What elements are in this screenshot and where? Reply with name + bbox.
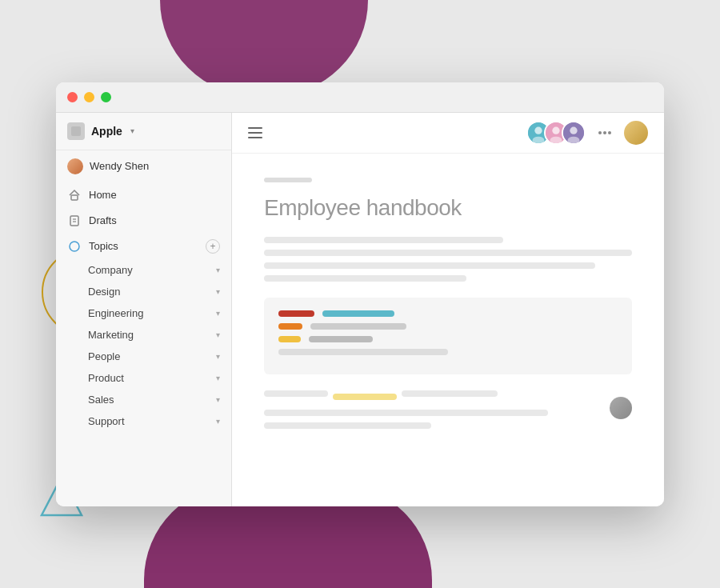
content-block: [264, 298, 632, 374]
chevron-down-icon: ▾: [216, 266, 220, 274]
block-row: [278, 323, 618, 330]
comment-avatar: [610, 397, 632, 419]
sidebar-item-support-label: Support: [88, 415, 125, 427]
svg-point-9: [533, 136, 545, 143]
title-bar: [56, 82, 664, 113]
traffic-light-red[interactable]: [67, 92, 78, 102]
workspace-header[interactable]: Apple ▾: [56, 113, 231, 150]
sidebar-item-marketing-label: Marketing: [88, 329, 134, 341]
sidebar-item-drafts-label: Drafts: [89, 214, 117, 226]
user-avatar-header[interactable]: [624, 121, 648, 145]
sidebar-item-design[interactable]: Design ▾: [56, 281, 231, 302]
text-line: [264, 237, 503, 243]
block-text-line: [278, 349, 448, 355]
topics-add-button[interactable]: +: [206, 239, 220, 254]
browser-window: Apple ▾ Wendy Shen Home Drafts: [56, 82, 664, 506]
chevron-down-icon: ▾: [216, 352, 220, 361]
workspace-icon: [67, 122, 85, 140]
sidebar-item-product[interactable]: Product ▾: [56, 367, 231, 389]
svg-point-15: [568, 136, 580, 143]
svg-point-14: [570, 126, 577, 134]
block-row: [278, 310, 618, 317]
chevron-down-icon: ▾: [216, 417, 220, 426]
highlight-chip: [333, 394, 397, 400]
home-icon: [67, 188, 82, 202]
svg-point-8: [534, 126, 542, 134]
avatar-stack-item-3: [562, 121, 586, 145]
sidebar-item-engineering[interactable]: Engineering ▾: [56, 302, 231, 324]
hamburger-line: [248, 132, 262, 134]
dot: [603, 131, 606, 134]
block-row: [278, 336, 618, 342]
sidebar-item-engineering-label: Engineering: [88, 307, 143, 319]
comment-lines: [264, 390, 598, 435]
main-content: Employee handbook: [232, 113, 664, 506]
drafts-icon: [67, 214, 82, 228]
chip-gray-long: [310, 323, 406, 330]
sidebar: Apple ▾ Wendy Shen Home Drafts: [56, 113, 232, 506]
sidebar-item-sales[interactable]: Sales ▾: [56, 389, 231, 410]
dot: [608, 131, 611, 134]
sidebar-item-marketing[interactable]: Marketing ▾: [56, 324, 231, 346]
sidebar-item-product-label: Product: [88, 372, 124, 384]
sidebar-item-sales-label: Sales: [88, 394, 114, 406]
text-line: [264, 410, 548, 416]
text-line: [264, 275, 466, 282]
sidebar-item-company-label: Company: [88, 264, 133, 276]
header-right: [526, 121, 648, 145]
app-layout: Apple ▾ Wendy Shen Home Drafts: [56, 113, 664, 506]
topics-icon: [67, 239, 82, 254]
hamburger-line: [248, 137, 262, 138]
chevron-down-icon: ▾: [216, 287, 220, 296]
chip-gray-med: [309, 336, 373, 342]
chip-cyan: [322, 310, 394, 317]
sidebar-item-company[interactable]: Company ▾: [56, 259, 231, 281]
document-area: Employee handbook: [232, 154, 664, 506]
text-line: [402, 390, 498, 397]
content-header: [232, 113, 664, 154]
svg-rect-1: [71, 126, 81, 136]
topics-header[interactable]: Topics +: [56, 234, 231, 259]
chevron-down-icon: ▾: [216, 395, 220, 404]
more-button[interactable]: [594, 128, 616, 138]
chip-orange: [278, 323, 302, 330]
text-line: [264, 262, 595, 269]
workspace-name: Apple: [91, 125, 122, 138]
topics-left: Topics: [67, 239, 118, 254]
comment-line-row: [264, 390, 598, 403]
sidebar-item-drafts[interactable]: Drafts: [56, 208, 231, 234]
svg-point-11: [552, 126, 559, 134]
avatar-stack: [526, 121, 586, 145]
chip-red: [278, 310, 314, 317]
sidebar-item-design-label: Design: [88, 286, 120, 298]
menu-button[interactable]: [248, 127, 262, 138]
svg-rect-3: [70, 216, 78, 226]
svg-rect-2: [71, 195, 78, 200]
workspace-chevron-icon: ▾: [130, 126, 134, 135]
avatar: [67, 158, 83, 174]
sidebar-item-people[interactable]: People ▾: [56, 346, 231, 367]
traffic-light-green[interactable]: [101, 92, 111, 102]
sidebar-item-people-label: People: [88, 350, 120, 362]
doc-title: Employee handbook: [264, 195, 632, 221]
svg-point-6: [70, 242, 79, 251]
dot: [598, 131, 602, 134]
chevron-down-icon: ▾: [216, 374, 220, 382]
traffic-light-yellow[interactable]: [84, 92, 94, 102]
user-item[interactable]: Wendy Shen: [56, 150, 231, 182]
text-line: [264, 422, 431, 429]
doc-title-placeholder: [264, 178, 312, 182]
text-line: [264, 390, 328, 397]
user-name: Wendy Shen: [90, 160, 149, 172]
sidebar-item-home-label: Home: [89, 189, 117, 201]
chevron-down-icon: ▾: [216, 330, 220, 339]
hamburger-line: [248, 127, 262, 129]
topics-label: Topics: [89, 240, 118, 252]
chevron-down-icon: ▾: [216, 309, 220, 318]
svg-point-12: [550, 136, 562, 143]
text-line: [264, 250, 632, 256]
sidebar-item-support[interactable]: Support ▾: [56, 410, 231, 432]
chip-yellow: [278, 336, 301, 342]
sidebar-item-home[interactable]: Home: [56, 182, 231, 208]
comment-area: [264, 390, 632, 435]
